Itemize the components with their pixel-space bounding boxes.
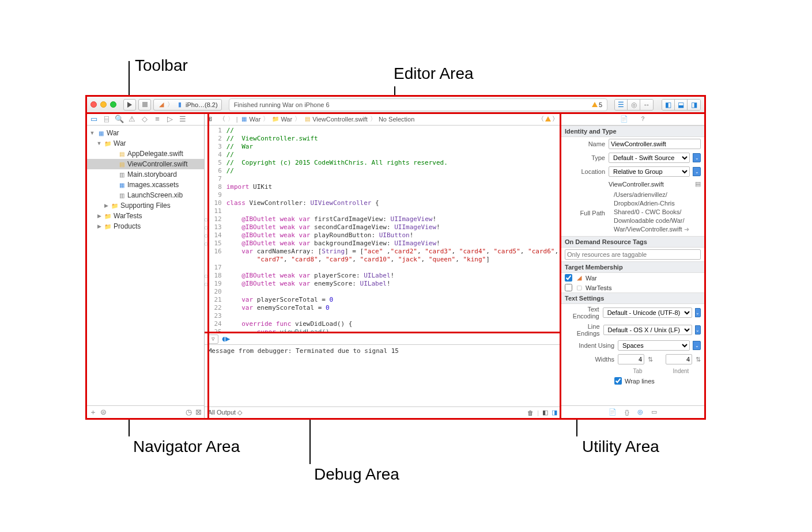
name-label: Name — [565, 140, 605, 147]
line-endings-select[interactable]: Default - OS X / Unix (LF) — [603, 325, 692, 335]
callout-navigator: Navigator Area — [133, 438, 240, 456]
file-inspector-icon[interactable]: 📄 — [620, 115, 628, 123]
line-gutter[interactable]: 12345678910111213141516 1718192021222324… — [205, 126, 224, 332]
stepper-icon[interactable]: ⇅ — [648, 356, 653, 363]
close-window-icon[interactable] — [90, 101, 97, 108]
tree-group[interactable]: ▶📁Supporting Files — [87, 200, 204, 211]
scheme-selector[interactable]: ◢ 〉 ▮ iPho…(8.2) — [153, 99, 222, 111]
target-war-checkbox[interactable] — [565, 274, 572, 282]
run-button[interactable] — [123, 99, 136, 111]
tab-sublabel: Tab — [618, 368, 658, 374]
tree-group[interactable]: ▶📁Products — [87, 221, 204, 231]
breakpoint-nav-icon[interactable]: ▷ — [165, 115, 175, 124]
code-snippet-icon[interactable]: {} — [625, 409, 629, 416]
xib-icon: ▥ — [118, 191, 126, 199]
forward-icon[interactable]: 〉 — [228, 115, 234, 123]
back-icon[interactable]: 〈 — [219, 115, 225, 123]
report-nav-icon[interactable]: ☰ — [178, 115, 187, 124]
tree-file[interactable]: ▥LaunchScreen.xib — [87, 190, 204, 200]
next-issue-icon[interactable]: 〉 — [552, 115, 558, 123]
inspector-tabs[interactable]: 📄 ？ — [561, 113, 704, 126]
location-select[interactable]: Relative to Group — [609, 166, 690, 177]
breakpoint-toggle-icon[interactable]: ◖▶ — [222, 335, 230, 343]
reveal-icon[interactable]: ➜ — [684, 226, 689, 233]
object-library-icon[interactable]: ◎ — [637, 408, 643, 416]
breadcrumb[interactable]: ▤ViewController.swift — [303, 115, 368, 123]
editor-mode-segment[interactable]: ☰ ◎ ↔ — [614, 99, 654, 111]
tree-file-selected[interactable]: ▤ViewController.swift — [87, 159, 204, 169]
section-identity: Identity and Type — [561, 126, 704, 137]
navigator-tabs[interactable]: ▭ ⌸ 🔍 ⚠ ◇ ≡ ▷ ☰ — [87, 113, 204, 126]
minimize-window-icon[interactable] — [100, 101, 107, 108]
swift-file-icon: ▤ — [118, 160, 126, 168]
prev-issue-icon[interactable]: 〈 — [538, 115, 544, 123]
output-filter[interactable]: All Output ◇ — [208, 409, 242, 416]
type-select[interactable]: Default - Swift Source — [609, 153, 690, 163]
indent-sublabel: Indent — [661, 368, 701, 374]
add-icon[interactable]: ＋ — [89, 407, 97, 417]
hide-debug-button[interactable]: ▿ — [208, 335, 218, 344]
stepper-icon[interactable]: ⇅ — [696, 356, 701, 363]
panel-toggle-segment[interactable]: ◧ ⬓ ◨ — [662, 99, 701, 111]
standard-editor-icon[interactable]: ☰ — [615, 100, 628, 110]
symbol-nav-icon[interactable]: ⌸ — [102, 115, 111, 124]
warning-icon — [592, 102, 598, 107]
clear-console-icon[interactable]: 🗑 — [527, 409, 534, 416]
media-library-icon[interactable]: ▭ — [651, 408, 657, 416]
select-arrow-icon: ⌄ — [695, 325, 701, 335]
filter-icon[interactable]: ⊜ — [100, 408, 107, 416]
quick-help-icon[interactable]: ？ — [640, 115, 646, 123]
console-view-icon[interactable]: ◨ — [552, 409, 557, 416]
file-template-icon[interactable]: 📄 — [609, 408, 617, 416]
target-label: WarTests — [586, 284, 611, 291]
tree-label: ViewController.swift — [127, 160, 187, 168]
source-editor[interactable]: 12345678910111213141516 1718192021222324… — [205, 126, 561, 332]
stop-button[interactable] — [138, 99, 151, 111]
warning-icon[interactable] — [545, 116, 551, 121]
project-nav-icon[interactable]: ▭ — [89, 115, 99, 124]
tree-group[interactable]: ▶📁WarTests — [87, 211, 204, 221]
library-tabs[interactable]: 📄 {} ◎ ▭ — [561, 405, 704, 418]
warning-indicator[interactable]: 5 — [592, 101, 602, 108]
right-panel-icon[interactable]: ◨ — [688, 100, 700, 110]
crumb-no-selection[interactable]: No Selection — [379, 116, 414, 123]
scheme-label: iPho…(8.2) — [186, 101, 218, 108]
wrap-lines-checkbox[interactable] — [614, 377, 622, 385]
callout-toolbar: Toolbar — [135, 56, 188, 75]
breadcrumb[interactable]: ▦War — [240, 115, 261, 123]
tree-file[interactable]: ▤AppDelegate.swift — [87, 149, 204, 159]
line-endings-label: Line Endings — [565, 323, 600, 337]
version-editor-icon[interactable]: ↔ — [640, 100, 653, 110]
indent-using-select[interactable]: Spaces — [618, 340, 690, 351]
name-field[interactable] — [609, 139, 701, 149]
assistant-editor-icon[interactable]: ◎ — [628, 100, 640, 110]
find-nav-icon[interactable]: 🔍 — [115, 115, 124, 124]
console-line: Message from debugger: Terminated due to… — [208, 347, 557, 355]
bottom-panel-icon[interactable]: ⬓ — [675, 100, 688, 110]
tree-file[interactable]: ▦Images.xcassets — [87, 180, 204, 190]
tab-width-field[interactable] — [618, 354, 644, 364]
tree-project-root[interactable]: ▼▦War — [87, 128, 204, 138]
target-wartests-checkbox[interactable] — [565, 284, 572, 291]
console-output[interactable]: Message from debugger: Terminated due to… — [205, 345, 561, 406]
left-panel-icon[interactable]: ◧ — [662, 100, 675, 110]
fullpath-label: Full Path — [565, 210, 605, 216]
tree-file[interactable]: ▥Main.storyboard — [87, 169, 204, 180]
variables-view-icon[interactable]: ◧ — [542, 409, 548, 416]
project-tree[interactable]: ▼▦War ▼📁War ▤AppDelegate.swift ▤ViewCont… — [87, 126, 204, 405]
tree-group[interactable]: ▼📁War — [87, 138, 204, 149]
zoom-window-icon[interactable] — [110, 101, 116, 108]
breadcrumb[interactable]: 📁War — [271, 115, 292, 123]
svg-marker-0 — [127, 102, 132, 108]
recent-icon[interactable]: ◷ — [186, 408, 192, 416]
code-area[interactable]: // // ViewController.swift // War // // … — [224, 126, 561, 332]
debug-nav-icon[interactable]: ≡ — [153, 115, 162, 124]
folder-icon: 📁 — [104, 139, 112, 147]
scm-icon[interactable]: ⊠ — [195, 408, 202, 416]
issue-nav-icon[interactable]: ⚠ — [127, 115, 137, 124]
encoding-select[interactable]: Default - Unicode (UTF-8) — [603, 307, 692, 318]
folder-picker-icon[interactable]: ▤ — [695, 180, 701, 188]
test-nav-icon[interactable]: ◇ — [140, 115, 149, 124]
jump-bar[interactable]: ⊞ 〈 〉 | ▦War 〉 📁War 〉 ▤ViewController.sw… — [205, 113, 561, 126]
indent-width-field[interactable] — [666, 354, 692, 364]
